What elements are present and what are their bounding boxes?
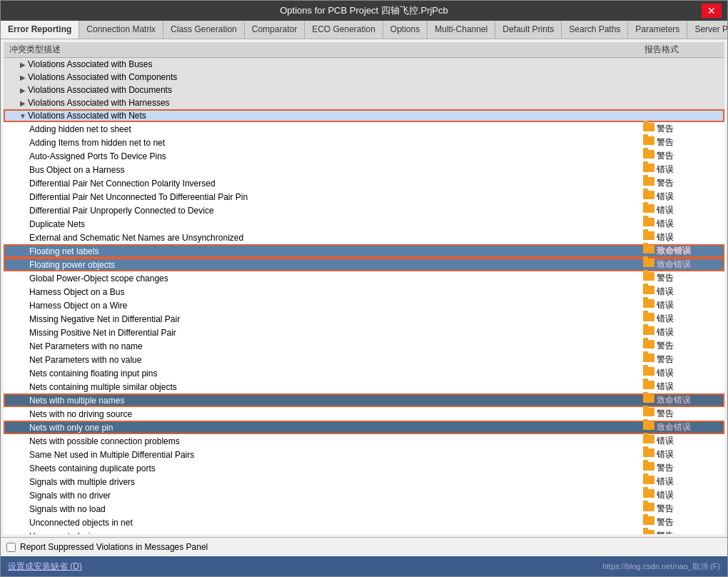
bottom-bar: Report Suppressed Violations in Messages… [1,537,727,556]
item-params-no-value-value: 警告 [636,353,722,366]
tab-default-prints[interactable]: Default Prints [495,21,562,39]
tree-area[interactable]: ▶ Violations Associated with Buses ▶ Vio… [4,58,724,534]
folder-icon [643,367,654,376]
item-bus-harness[interactable]: Bus Object on a Harness 错误 [4,163,724,176]
item-duplicate[interactable]: Duplicate Nets 错误 [4,217,724,231]
tab-comparator[interactable]: Comparator [245,21,305,39]
item-harness-bus[interactable]: Harness Object on a Bus 错误 [4,285,724,298]
item-unconnected-wires-label: Unconnected wires [29,531,636,535]
tab-bar: Error Reporting Connection Matrix Class … [1,21,727,39]
main-window: Options for PCB Project 四轴飞控.PrjPcb ✕ Er… [0,0,728,577]
item-floating-input-label: Nets containing floating input pins [29,368,636,378]
item-diff-unconnected[interactable]: Differential Pair Net Unconnected To Dif… [4,190,724,204]
folder-icon [643,394,654,403]
item-floating-labels-value: 致命错误 [636,245,722,257]
item-hidden-net[interactable]: Adding Items from hidden net to net 警告 [4,136,724,149]
group-documents[interactable]: ▶ Violations Associated with Documents [4,84,724,96]
group-harnesses-label: Violations Associated with Harnesses [28,98,722,108]
item-floating-power-value: 致命错误 [636,259,722,271]
item-diff-unconnected-value: 错误 [636,191,722,203]
folder-icon [643,476,654,484]
item-diff-unproperly[interactable]: Differential Pair Unproperly Connected t… [4,204,724,217]
group-nets-label: Violations Associated with Nets [28,111,722,121]
group-components[interactable]: ▶ Violations Associated with Components [4,71,724,84]
folder-icon [643,299,654,308]
item-possible-conn[interactable]: Nets with possible connection problems 错… [4,434,724,448]
tab-class-generation[interactable]: Class Generation [163,21,245,39]
item-external[interactable]: External and Schematic Net Names are Uns… [4,231,724,244]
suppress-violations-label[interactable]: Report Suppressed Violations in Messages… [6,542,208,552]
group-harnesses[interactable]: ▶ Violations Associated with Harnesses [4,96,724,109]
item-multiple-names[interactable]: Nets with multiple names 致命错误 [4,393,724,407]
content-area: 冲突类型描述 报告格式 ▶ Violations Associated with… [1,39,727,537]
tab-multi-channel[interactable]: Multi-Channel [428,21,495,39]
item-multiple-similar-label: Nets containing multiple similar objects [29,382,636,392]
item-possible-conn-label: Nets with possible connection problems [29,436,636,446]
item-unconnected-obj[interactable]: Unconnected objects in net 警告 [4,516,724,529]
expand-icon-buses: ▶ [18,59,28,69]
item-params-no-value[interactable]: Net Parameters with no value 警告 [4,353,724,366]
item-only-one-pin-value: 致命错误 [636,421,722,433]
item-diff-unproperly-value: 错误 [636,204,722,216]
tab-eco-generation[interactable]: ECO Generation [305,21,383,39]
column-headers: 冲突类型描述 报告格式 [4,42,724,58]
tab-error-reporting[interactable]: Error Reporting [1,21,79,39]
tab-server-parameters[interactable]: Server Parameters [687,21,727,39]
tab-connection-matrix[interactable]: Connection Matrix [79,21,163,39]
folder-icon [643,435,654,443]
folder-icon [643,462,654,471]
item-no-driver-label: Signals with no driver [29,491,636,501]
folder-icon [643,259,654,267]
item-floating-power-label: Floating power objects [29,260,636,270]
item-diff-polarity[interactable]: Differential Pair Net Connection Polarit… [4,176,724,190]
item-hidden-sheet[interactable]: Adding hidden net to sheet 警告 [4,122,724,136]
item-dup-ports[interactable]: Sheets containing duplicate ports 警告 [4,461,724,475]
folder-icon [643,164,654,172]
item-harness-wire[interactable]: Harness Object on a Wire 错误 [4,298,724,312]
item-same-net[interactable]: Same Net used in Multiple Differential P… [4,448,724,461]
item-no-driving-label: Nets with no driving source [29,409,636,419]
footer-left-link[interactable]: 设置成安装缺省 (D) [8,561,82,573]
item-floating-labels[interactable]: Floating net labels 致命错误 [4,244,724,258]
item-multiple-similar-value: 错误 [636,381,722,393]
item-diff-unconnected-label: Differential Pair Net Unconnected To Dif… [29,192,636,202]
folder-icon [643,421,654,430]
item-missing-pos[interactable]: Missing Positive Net in Differential Pai… [4,326,724,339]
item-floating-power[interactable]: Floating power objects 致命错误 [4,258,724,271]
item-missing-neg[interactable]: Missing Negative Net in Differential Pai… [4,312,724,326]
item-no-driver-value: 错误 [636,489,722,501]
item-no-driving[interactable]: Nets with no driving source 警告 [4,407,724,421]
folder-icon [643,313,654,321]
group-nets[interactable]: ▼ Violations Associated with Nets [4,109,724,122]
item-params-no-name[interactable]: Net Parameters with no name 警告 [4,339,724,353]
close-button[interactable]: ✕ [702,4,722,18]
item-unconnected-wires[interactable]: Unconnected wires 警告 [4,529,724,534]
group-buses[interactable]: ▶ Violations Associated with Buses [4,58,724,71]
item-unconnected-wires-value: 警告 [636,530,722,534]
window-title: Options for PCB Project 四轴飞控.PrjPcb [26,4,702,17]
item-floating-input[interactable]: Nets containing floating input pins 错误 [4,366,724,380]
folder-icon [643,381,654,389]
group-documents-label: Violations Associated with Documents [28,85,722,95]
suppress-violations-checkbox[interactable] [6,543,16,552]
item-auto-assigned[interactable]: Auto-Assigned Ports To Device Pins 警告 [4,149,724,163]
folder-icon [643,204,654,213]
tab-parameters[interactable]: Parameters [628,21,687,39]
item-global-power-label: Global Power-Object scope changes [29,274,636,284]
item-no-driving-value: 警告 [636,408,722,420]
col-header-format: 报告格式 [644,44,679,56]
folder-icon [643,448,654,457]
tab-options[interactable]: Options [383,21,428,39]
item-harness-bus-label: Harness Object on a Bus [29,287,636,297]
folder-icon [643,340,654,348]
item-missing-neg-label: Missing Negative Net in Differential Pai… [29,314,636,324]
item-no-load[interactable]: Signals with no load 警告 [4,502,724,516]
item-possible-conn-value: 错误 [636,435,722,447]
item-multi-drivers[interactable]: Signals with multiple drivers 错误 [4,475,724,488]
tab-search-paths[interactable]: Search Paths [562,21,628,39]
folder-icon [643,177,654,186]
item-only-one-pin[interactable]: Nets with only one pin 致命错误 [4,421,724,434]
item-global-power[interactable]: Global Power-Object scope changes 警告 [4,271,724,285]
item-no-driver[interactable]: Signals with no driver 错误 [4,488,724,502]
item-multiple-similar[interactable]: Nets containing multiple similar objects… [4,380,724,393]
